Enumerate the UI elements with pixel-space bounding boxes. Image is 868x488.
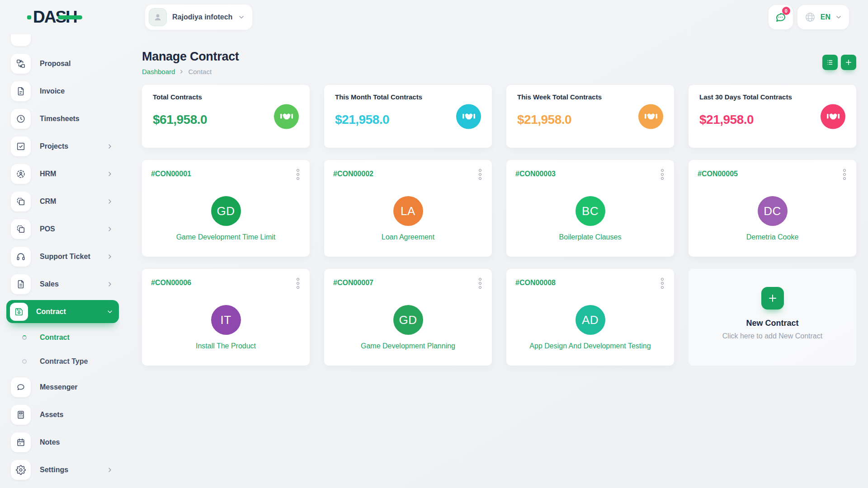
- kebab-menu-button[interactable]: [660, 276, 665, 291]
- messages-button[interactable]: 0: [769, 5, 793, 29]
- contract-name-link[interactable]: App Design And Development Testing: [515, 342, 665, 350]
- contract-card-con00001: #CON00001 GD Game Development Time Limit: [142, 160, 310, 257]
- contract-name-link[interactable]: Boilerplate Clauses: [515, 233, 665, 241]
- contract-card-con00002: #CON00002 LA Loan Agreement: [324, 160, 492, 257]
- sidebar-item-label: Contract: [40, 333, 70, 342]
- sidebar-item-label: Settings: [40, 466, 68, 474]
- sidebar-item-pos[interactable]: POS: [0, 215, 120, 243]
- kebab-menu-button[interactable]: [295, 276, 301, 291]
- contract-id-link[interactable]: #CON00007: [333, 279, 373, 287]
- chevron-right-icon: [106, 198, 113, 205]
- sidebar-item-contract[interactable]: Contract: [0, 325, 120, 349]
- sidebar-item-notes[interactable]: Notes: [0, 428, 120, 456]
- avatar-initials: LA: [401, 204, 415, 218]
- sidebar-item-projects[interactable]: Projects: [0, 132, 120, 160]
- kebab-menu-button[interactable]: [477, 167, 483, 182]
- sidebar-item-timesheets[interactable]: Timesheets: [0, 105, 120, 132]
- contract-name-link[interactable]: Game Development Planning: [333, 342, 483, 350]
- new-contract-title: New Contract: [746, 319, 798, 328]
- exchange-icon: [11, 54, 31, 74]
- avatar-initials: AD: [582, 313, 599, 327]
- list-view-button[interactable]: [822, 55, 838, 70]
- header-actions: 0 EN: [769, 5, 868, 29]
- sidebar: Proposal Invoice Timesheets Projects: [0, 34, 120, 488]
- chevron-down-icon: [238, 14, 245, 21]
- list-icon: [826, 58, 834, 66]
- logo-dot: [27, 15, 31, 19]
- contract-id-link[interactable]: #CON00005: [698, 170, 738, 178]
- new-contract-subtitle: Click here to add New Contract: [722, 332, 822, 340]
- sidebar-item-contract-type[interactable]: Contract Type: [0, 349, 120, 373]
- stat-label: This Week Total Contracts: [517, 93, 663, 101]
- sidebar-item-label: HRM: [40, 170, 56, 178]
- brand-logo[interactable]: DASH: [33, 8, 77, 27]
- breadcrumb-dashboard-link[interactable]: Dashboard: [142, 68, 175, 75]
- sidebar-item-proposal[interactable]: Proposal: [0, 50, 120, 77]
- avatar-initials: GD: [217, 204, 235, 218]
- avatar-initials: IT: [220, 313, 231, 327]
- sidebar-item-crm[interactable]: CRM: [0, 188, 120, 215]
- company-switcher[interactable]: Rajodiya infotech: [145, 5, 252, 30]
- contract-card-con00003: #CON00003 BC Boilerplate Clauses: [506, 160, 674, 257]
- page-actions: [822, 55, 856, 70]
- contract-card-con00006: #CON00006 IT Install The Product: [142, 269, 310, 366]
- gear-icon: [11, 460, 31, 480]
- company-name: Rajodiya infotech: [172, 13, 232, 21]
- breadcrumb-current: Contact: [188, 68, 212, 75]
- page-header: Manage Contract Dashboard Contact: [142, 50, 856, 75]
- sidebar-item-label: Timesheets: [40, 115, 80, 123]
- chevron-down-icon: [835, 14, 842, 21]
- chevron-down-icon: [106, 308, 113, 315]
- sidebar-item-label: Sales: [40, 280, 59, 288]
- stat-card-total-contracts: Total Contracts $61,958.0: [142, 85, 310, 148]
- check-square-icon: [11, 136, 31, 156]
- sidebar-item-messenger[interactable]: Messenger: [0, 373, 120, 401]
- avatar-initials: DC: [764, 204, 781, 218]
- bullet-icon: [22, 335, 27, 340]
- chevron-right-icon: [179, 69, 184, 75]
- header: DASH Rajodiya infotech 0 EN: [0, 0, 868, 34]
- contract-id-link[interactable]: #CON00003: [515, 170, 556, 178]
- avatar: AD: [576, 305, 605, 335]
- bullet-icon: [22, 359, 27, 364]
- stat-card-this-month-total-contracts: This Month Total Contracts $21,958.0: [324, 85, 492, 148]
- sidebar-item-assets[interactable]: Assets: [0, 401, 120, 428]
- sidebar-item-label: Assets: [40, 411, 63, 419]
- contract-name-link[interactable]: Install The Product: [151, 342, 301, 350]
- contract-name-link[interactable]: Loan Agreement: [333, 233, 483, 241]
- chat-bubble-icon: [11, 377, 31, 397]
- kebab-menu-button[interactable]: [660, 167, 665, 182]
- sidebar-item-sales[interactable]: Sales: [0, 270, 120, 298]
- new-contract-card[interactable]: New Contract Click here to add New Contr…: [689, 269, 856, 366]
- sidebar-item-label: POS: [40, 225, 55, 233]
- sidebar-scrolled-item: [11, 34, 31, 46]
- kebab-menu-button[interactable]: [295, 167, 301, 182]
- contract-id-link[interactable]: #CON00002: [333, 170, 373, 178]
- sidebar-item-label: CRM: [40, 197, 56, 206]
- sidebar-item-settings[interactable]: Settings: [0, 456, 120, 483]
- kebab-menu-button[interactable]: [842, 167, 847, 182]
- sidebar-item-contract[interactable]: Contract: [6, 300, 119, 323]
- sidebar-item-label: Invoice: [40, 87, 65, 95]
- avatar-initials: BC: [582, 204, 599, 218]
- stats-row: Total Contracts $61,958.0 This Month Tot…: [142, 85, 856, 148]
- kebab-menu-button[interactable]: [477, 276, 483, 291]
- sidebar-item-support-ticket[interactable]: Support Ticket: [0, 243, 120, 270]
- contract-name-link[interactable]: Game Development Time Limit: [151, 233, 301, 241]
- contract-card-con00007: #CON00007 GD Game Development Planning: [324, 269, 492, 366]
- chevron-right-icon: [106, 253, 113, 260]
- contract-id-link[interactable]: #CON00008: [515, 279, 556, 287]
- contract-card-con00008: #CON00008 AD App Design And Development …: [506, 269, 674, 366]
- contract-id-link[interactable]: #CON00006: [151, 279, 191, 287]
- sidebar-item-invoice[interactable]: Invoice: [0, 77, 120, 105]
- contract-name-link[interactable]: Demetria Cooke: [698, 233, 847, 241]
- avatar: LA: [393, 196, 423, 226]
- sidebar-item-hrm[interactable]: HRM: [0, 160, 120, 188]
- avatar: GD: [211, 196, 241, 226]
- contract-id-link[interactable]: #CON00001: [151, 170, 191, 178]
- stat-card-this-week-total-contracts: This Week Total Contracts $21,958.0: [506, 85, 674, 148]
- add-contract-button[interactable]: [841, 55, 856, 70]
- plus-icon: [844, 58, 853, 66]
- language-selector[interactable]: EN: [797, 5, 849, 29]
- sidebar-item-label: Projects: [40, 142, 68, 150]
